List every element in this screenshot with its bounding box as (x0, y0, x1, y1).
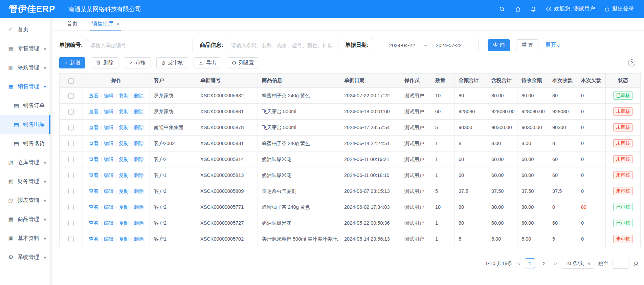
bill-no-input[interactable] (86, 39, 193, 51)
help-icon[interactable]: ? (628, 59, 635, 66)
sidebar-item-system[interactable]: ⚙系统管理∨ (0, 248, 50, 267)
sidebar-scrollbar[interactable] (51, 18, 53, 285)
edit-link[interactable]: 编辑 (104, 204, 114, 210)
delete-button[interactable]: 删除 (91, 57, 118, 68)
edit-link[interactable]: 编辑 (104, 109, 114, 114)
page-button-1[interactable]: 1 (525, 258, 535, 268)
view-link[interactable]: 查看 (89, 93, 98, 98)
actions-cell: 查看|编辑|复制|删除 (83, 136, 150, 151)
view-link[interactable]: 查看 (89, 204, 98, 210)
copy-link[interactable]: 复制 (119, 188, 129, 194)
jump-page-input[interactable] (613, 258, 629, 269)
copy-link[interactable]: 复制 (119, 204, 129, 210)
delete-link[interactable]: 删除 (134, 188, 144, 194)
sidebar-item-basedata[interactable]: ▣基本资料∨ (0, 229, 50, 248)
received-cell: 80 (548, 88, 577, 104)
delete-link[interactable]: 删除 (134, 93, 144, 98)
page-button-2[interactable]: 2 (539, 258, 549, 268)
row-checkbox[interactable] (68, 141, 74, 146)
home-icon[interactable] (515, 6, 521, 12)
delete-link[interactable]: 删除 (134, 220, 144, 226)
view-link[interactable]: 查看 (89, 157, 98, 162)
copy-link[interactable]: 复制 (119, 109, 129, 114)
export-button[interactable]: 导出 (194, 57, 221, 68)
copy-link[interactable]: 复制 (119, 93, 129, 98)
copy-link[interactable]: 复制 (119, 157, 129, 162)
logout-button[interactable]: 退出登录 (604, 5, 634, 13)
unaudit-button[interactable]: ⊘ 反审核 (156, 57, 188, 68)
sidebar-item-report[interactable]: ◷报表查询∨ (0, 191, 50, 210)
copy-link[interactable]: 复制 (119, 172, 129, 178)
reset-button[interactable]: 重 置 (516, 39, 538, 51)
delete-link[interactable]: 删除 (134, 204, 144, 210)
bell-icon[interactable] (530, 6, 536, 12)
edit-link[interactable]: 编辑 (104, 93, 114, 98)
row-checkbox[interactable] (68, 93, 74, 99)
view-link[interactable]: 查看 (89, 172, 98, 178)
sidebar-item-sales-outbound[interactable]: ▤销售出库 (0, 115, 50, 134)
copy-link[interactable]: 复制 (119, 141, 129, 146)
tab-close-icon[interactable]: × (116, 21, 119, 27)
view-link[interactable]: 查看 (89, 236, 98, 242)
edit-link[interactable]: 编辑 (104, 157, 114, 162)
add-button[interactable]: + 新增 (59, 57, 85, 68)
sidebar-item-retail[interactable]: ▤零售管理∨ (0, 39, 50, 58)
sidebar-item-sales-return[interactable]: ▤销售退货 (0, 134, 50, 153)
edit-link[interactable]: 编辑 (104, 125, 114, 130)
link-divider: | (101, 141, 102, 146)
date-end-value[interactable]: 2024-07-22 (436, 42, 462, 48)
row-checkbox[interactable] (68, 205, 74, 210)
view-link[interactable]: 查看 (89, 220, 98, 226)
edit-link[interactable]: 编辑 (104, 220, 114, 226)
edit-link[interactable]: 编辑 (104, 188, 114, 194)
next-page-button[interactable]: > (553, 261, 558, 266)
tax-total-cell: 5.00 (487, 231, 517, 247)
delete-link[interactable]: 删除 (134, 141, 144, 146)
row-checkbox[interactable] (68, 157, 74, 162)
table-row: 查看|编辑|复制|删除南通中集集团XSCK00000005878飞天茅台 500… (60, 120, 641, 136)
copy-link[interactable]: 复制 (119, 220, 129, 226)
welcome-user[interactable]: 欢迎您, 测试用户 (546, 5, 595, 13)
sidebar-item-warehouse[interactable]: ▧仓库管理∨ (0, 153, 50, 172)
search-button[interactable]: 查 询 (488, 39, 510, 51)
search-icon[interactable] (499, 6, 505, 12)
view-link[interactable]: 查看 (89, 109, 98, 114)
view-link[interactable]: 查看 (89, 141, 98, 146)
edit-link[interactable]: 编辑 (104, 236, 114, 242)
product-input[interactable] (227, 39, 338, 51)
tab-home[interactable]: 首页 (65, 20, 79, 30)
row-checkbox[interactable] (68, 189, 74, 194)
row-checkbox[interactable] (68, 173, 74, 178)
delete-link[interactable]: 删除 (134, 125, 144, 130)
select-all-checkbox[interactable] (68, 78, 74, 84)
sidebar-item-sales[interactable]: ▦销售管理∧ (0, 77, 50, 96)
edit-link[interactable]: 编辑 (104, 141, 114, 146)
copy-link[interactable]: 复制 (119, 125, 129, 130)
row-checkbox[interactable] (68, 237, 74, 242)
delete-link[interactable]: 删除 (134, 172, 144, 178)
copy-link[interactable]: 复制 (119, 236, 129, 242)
delete-link[interactable]: 删除 (134, 109, 144, 114)
row-checkbox[interactable] (68, 109, 74, 115)
row-checkbox[interactable] (68, 125, 74, 130)
audit-button[interactable]: ✓ 审核 (124, 57, 151, 68)
sidebar-item-goods[interactable]: ▩商品管理∨ (0, 210, 50, 229)
page-size-select[interactable]: 10 条/页 ∨ (562, 258, 594, 269)
sidebar-item-home[interactable]: ⌂首页 (0, 20, 50, 39)
view-link[interactable]: 查看 (89, 188, 98, 194)
row-checkbox[interactable] (68, 221, 74, 226)
column-settings-button[interactable]: ⚙ 列设置 (227, 57, 259, 68)
edit-link[interactable]: 编辑 (104, 172, 114, 178)
sidebar-item-finance[interactable]: ▨财务管理∨ (0, 172, 50, 191)
view-link[interactable]: 查看 (89, 125, 98, 130)
date-start-value[interactable]: 2024-04-22 (389, 42, 415, 48)
date-range-picker[interactable]: 2024-04-22 ~ 2024-07-22 (372, 39, 479, 51)
delete-link[interactable]: 删除 (134, 236, 144, 242)
expand-link[interactable]: 展开∨ (545, 42, 560, 49)
sidebar-item-purchase[interactable]: ▥采购管理∨ (0, 58, 50, 77)
date-cell: 2024-06-11 00:18:10 (340, 167, 400, 183)
sidebar-item-sales-order[interactable]: ▤销售订单 (0, 96, 50, 115)
tab-sales-outbound[interactable]: 销售出库 × (90, 20, 121, 30)
delete-link[interactable]: 删除 (134, 157, 144, 162)
prev-page-button[interactable]: < (516, 261, 521, 266)
